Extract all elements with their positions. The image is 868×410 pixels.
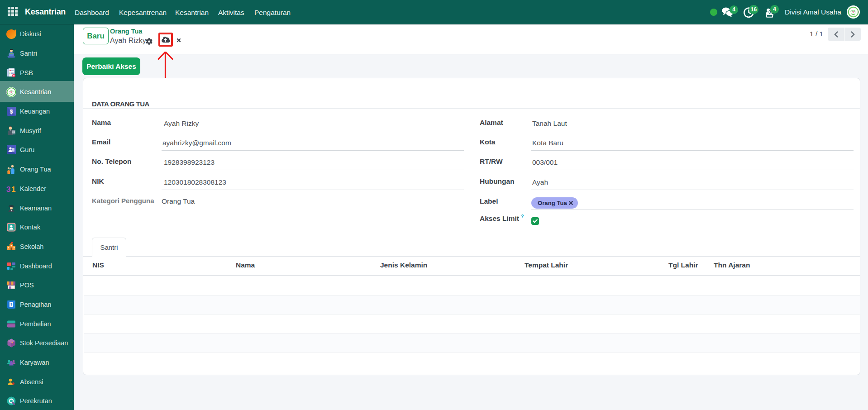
svg-text:3: 3: [6, 185, 10, 194]
svg-text:$: $: [10, 108, 13, 115]
svg-text:1: 1: [11, 185, 15, 194]
